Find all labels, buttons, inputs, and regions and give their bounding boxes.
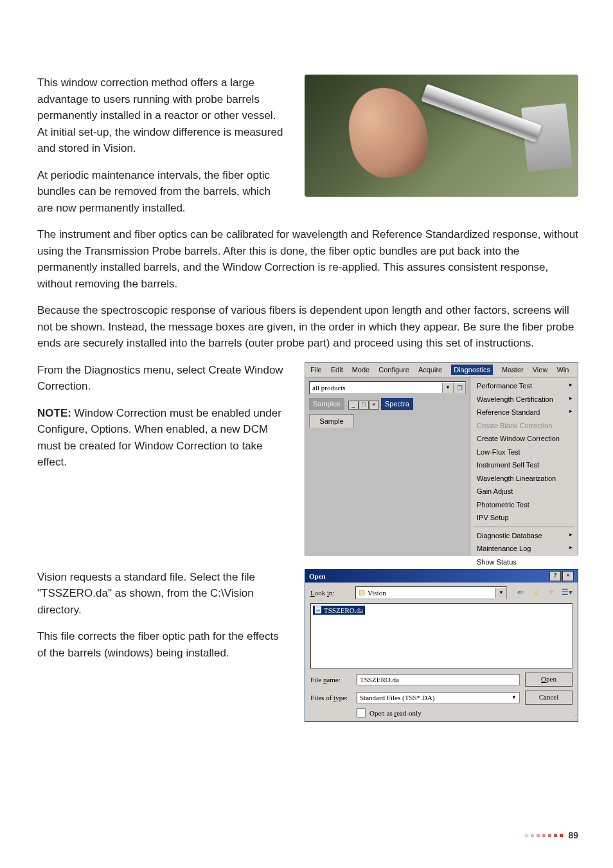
maximize-icon[interactable]: □ bbox=[359, 401, 369, 410]
menu-diagnostics[interactable]: Diagnostics bbox=[451, 365, 493, 375]
menu-item-ipv-setup[interactable]: IPV Setup bbox=[473, 511, 575, 525]
lookin-value: ▧ Vision bbox=[356, 588, 495, 597]
vision-body: ▼ ❐ Samples _□× Spectra Sample Performan… bbox=[305, 377, 578, 556]
lookin-row: Look in: ▧ Vision ▼ ⇐ ⌂ ✳ ☰▾ bbox=[305, 583, 578, 603]
chevron-down-icon[interactable]: ▼ bbox=[442, 383, 453, 393]
note-paragraph: NOTE: Window Correction must be enabled … bbox=[37, 405, 288, 471]
filename-label: File name: bbox=[310, 676, 351, 683]
intro-text-column: This window correction method offers a l… bbox=[37, 75, 288, 226]
products-combo-input[interactable] bbox=[310, 383, 442, 393]
close-icon[interactable]: × bbox=[562, 571, 574, 581]
chevron-down-icon[interactable]: ▼ bbox=[495, 588, 506, 598]
paragraph: At periodic maintenance intervals, the f… bbox=[37, 167, 288, 217]
file-instruction-column: Vision requests a standard file. Select … bbox=[37, 569, 288, 672]
vision-left-pane: ▼ ❐ Samples _□× Spectra Sample bbox=[305, 377, 470, 556]
views-icon[interactable]: ☰▾ bbox=[561, 588, 573, 598]
footer-dots-icon bbox=[525, 834, 563, 837]
readonly-checkbox[interactable] bbox=[357, 709, 366, 718]
sample-tab[interactable]: Sample bbox=[309, 414, 354, 428]
page-footer: 89 bbox=[525, 829, 578, 842]
close-icon[interactable]: × bbox=[369, 401, 379, 410]
spectra-label: Spectra bbox=[385, 399, 409, 410]
cancel-button[interactable]: Cancel bbox=[525, 691, 573, 705]
note-label: NOTE: bbox=[37, 407, 71, 419]
resize-grip-icon[interactable]: ⋰ bbox=[571, 713, 576, 720]
lookin-label: Look in: bbox=[310, 589, 351, 597]
paragraph: This file corrects the fiber optic path … bbox=[37, 628, 288, 661]
file-list-item-selected[interactable]: TSSZERO.da bbox=[313, 606, 365, 615]
menu-acquire[interactable]: Acquire bbox=[418, 365, 442, 375]
menu-edit[interactable]: Edit bbox=[331, 365, 343, 375]
menu-master[interactable]: Master bbox=[502, 365, 524, 375]
menu-separator bbox=[474, 527, 574, 527]
lookin-text: Vision bbox=[368, 589, 386, 597]
back-icon[interactable]: ⇐ bbox=[515, 588, 526, 598]
dialog-titlebar: Open ? × bbox=[305, 570, 578, 583]
dialog-title: Open bbox=[309, 572, 326, 580]
filename-row: File name: Open bbox=[310, 673, 573, 687]
spectra-window-title: Spectra bbox=[381, 398, 413, 410]
file-list[interactable]: TSSZERO.da bbox=[310, 603, 573, 669]
folder-icon: ▧ bbox=[359, 588, 365, 597]
paragraph: From the Diagnostics menu, select Create… bbox=[37, 362, 288, 395]
menu-configure[interactable]: Configure bbox=[378, 365, 409, 375]
diagnostics-dropdown: Performance TestWavelength Certification… bbox=[470, 377, 578, 556]
menu-mode[interactable]: Mode bbox=[352, 365, 370, 375]
lookin-combo[interactable]: ▧ Vision ▼ bbox=[355, 586, 507, 599]
menu-item-wavelength-certification[interactable]: Wavelength Certification bbox=[473, 393, 575, 406]
mid-row: From the Diagnostics menu, select Create… bbox=[37, 362, 578, 555]
menu-item-instrument-self-test[interactable]: Instrument Self Test bbox=[473, 458, 575, 472]
products-combo[interactable]: ▼ ❐ bbox=[309, 381, 466, 394]
menu-item-wavelength-linearization[interactable]: Wavelength Linearization bbox=[473, 472, 575, 485]
filetype-value: Standard Files (TSS*.DA) bbox=[360, 694, 434, 701]
titlebar-buttons: ? × bbox=[549, 571, 574, 581]
vision-app-screenshot: FileEditModeConfigureAcquireDiagnosticsM… bbox=[305, 362, 578, 555]
menu-item-photometric-test[interactable]: Photometric Test bbox=[473, 498, 575, 512]
document-icon[interactable]: ❐ bbox=[453, 383, 465, 393]
samples-label: Samples bbox=[313, 399, 341, 410]
menu-item-reference-standard[interactable]: Reference Standard bbox=[473, 406, 575, 419]
bottom-row: Vision requests a standard file. Select … bbox=[37, 569, 578, 722]
new-folder-icon[interactable]: ✳ bbox=[546, 588, 557, 598]
menu-item-gain-adjust[interactable]: Gain Adjust bbox=[473, 485, 575, 498]
menu-item-create-window-correction[interactable]: Create Window Correction bbox=[473, 432, 575, 446]
note-body: Window Correction must be enabled under … bbox=[37, 407, 281, 469]
up-folder-icon[interactable]: ⌂ bbox=[530, 588, 542, 598]
menu-item-show-status[interactable]: Show Status bbox=[473, 556, 575, 569]
paragraph: The instrument and fiber optics can be c… bbox=[37, 226, 578, 292]
menu-item-maintenance-log[interactable]: Maintenance Log bbox=[473, 542, 575, 556]
menu-view[interactable]: View bbox=[533, 365, 548, 375]
chevron-down-icon[interactable]: ▼ bbox=[511, 694, 517, 700]
filetype-label: Files of type: bbox=[310, 694, 351, 701]
page-number: 89 bbox=[568, 829, 578, 842]
menu-item-diagnostic-database[interactable]: Diagnostic Database bbox=[473, 529, 575, 543]
menu-item-performance-test[interactable]: Performance Test bbox=[473, 379, 575, 393]
dialog-nav-icons: ⇐ ⌂ ✳ ☰▾ bbox=[511, 588, 573, 598]
minimize-icon[interactable]: _ bbox=[348, 401, 359, 410]
readonly-label: Open as read-only bbox=[369, 709, 422, 717]
samples-window-title: Samples bbox=[309, 398, 344, 410]
vision-menubar: FileEditModeConfigureAcquireDiagnosticsM… bbox=[305, 363, 578, 378]
instruction-column: From the Diagnostics menu, select Create… bbox=[37, 362, 288, 481]
open-button[interactable]: Open bbox=[525, 673, 573, 687]
paragraph: This window correction method offers a l… bbox=[37, 75, 288, 157]
open-file-dialog: Open ? × Look in: ▧ Vision ▼ ⇐ ⌂ ✳ ☰▾ bbox=[305, 569, 578, 722]
menu-item-create-blank-correction: Create Blank Correction bbox=[473, 419, 575, 433]
menu-file[interactable]: File bbox=[310, 365, 322, 375]
help-icon[interactable]: ? bbox=[549, 571, 561, 581]
filename-input[interactable] bbox=[357, 674, 520, 685]
menu-win[interactable]: Win bbox=[556, 365, 569, 375]
filetype-select[interactable]: Standard Files (TSS*.DA) ▼ bbox=[357, 692, 520, 703]
menu-item-low-flux-test[interactable]: Low-Flux Test bbox=[473, 446, 575, 459]
top-row: This window correction method offers a l… bbox=[37, 75, 578, 226]
window-buttons[interactable]: _□× bbox=[348, 401, 379, 410]
paragraph: Vision requests a standard file. Select … bbox=[37, 569, 288, 619]
probe-photo bbox=[305, 75, 578, 197]
filetype-row: Files of type: Standard Files (TSS*.DA) … bbox=[310, 691, 573, 705]
dialog-bottom: File name: Open Files of type: Standard … bbox=[305, 669, 578, 720]
paragraph: Because the spectroscopic response of va… bbox=[37, 302, 578, 352]
readonly-row: Open as read-only bbox=[310, 709, 573, 718]
